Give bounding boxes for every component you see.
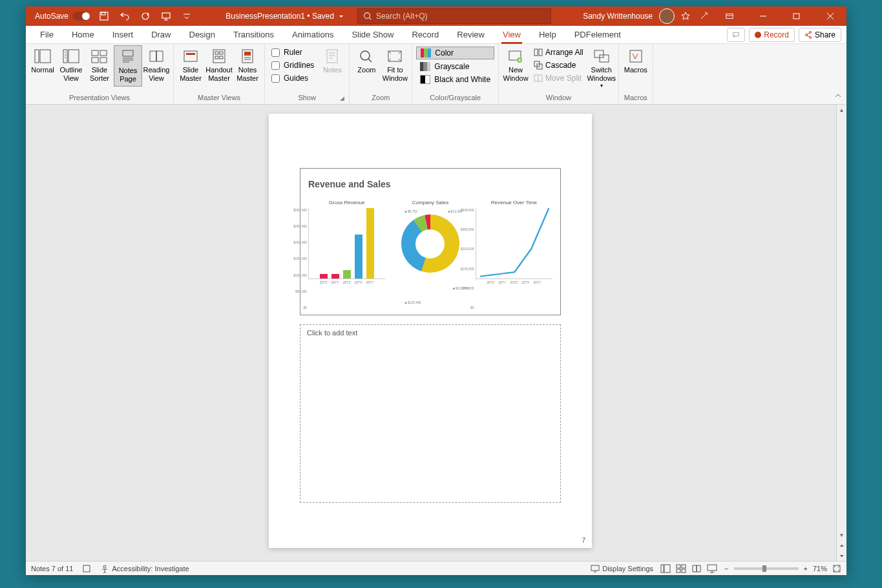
notes-count[interactable]: Notes 7 of 11 [31,565,73,572]
accessibility-button[interactable]: Accessibility: Investigate [100,564,189,573]
qat-customize-icon[interactable] [180,9,194,23]
slideshow-icon-sb[interactable] [705,563,719,574]
group-label-zoom: Zoom [352,94,409,103]
svg-rect-11 [35,50,39,63]
zoom-percent[interactable]: 71% [813,565,827,572]
svg-rect-34 [534,49,538,56]
zoom-icon [356,48,377,65]
tab-slideshow[interactable]: Slide Show [342,26,403,44]
new-window-icon [505,48,526,65]
outline-view-icon [61,48,81,65]
display-settings-button[interactable]: Display Settings [591,564,653,573]
tab-help[interactable]: Help [530,26,565,44]
avatar[interactable] [659,8,675,24]
statusbar: Notes 7 of 11 Accessibility: Investigate… [26,561,846,575]
notes-master-button[interactable]: Notes Master [233,45,262,85]
normal-view-button[interactable]: Normal [28,45,57,77]
grayscale-button[interactable]: Grayscale [416,61,494,72]
autosave-toggle[interactable]: AutoSave [35,12,90,21]
save-icon[interactable] [97,9,111,23]
search-input[interactable] [376,12,545,21]
macros-icon [625,48,646,65]
arrange-all-button[interactable]: Arrange All [531,47,586,58]
outline-view-button[interactable]: Outline View [57,45,85,85]
group-label-color-grayscale: Color/Grayscale [415,94,496,103]
svg-rect-6 [793,14,799,19]
tab-draw[interactable]: Draw [142,26,180,44]
close-button[interactable] [815,6,845,26]
ribbon-display-icon[interactable] [715,6,744,26]
tab-design[interactable]: Design [180,26,224,44]
chart-revenue-over-time: Revenue Over Time $340,000$280,000$210,0… [476,200,552,310]
tab-review[interactable]: Review [448,26,494,44]
premium-icon[interactable] [678,9,693,23]
tab-record[interactable]: Record [403,26,448,44]
svg-rect-15 [92,50,98,56]
comments-button[interactable] [727,28,745,42]
undo-icon[interactable] [118,9,132,23]
scroll-down-icon[interactable]: ▼ [837,530,846,540]
tab-file[interactable]: File [31,26,63,44]
svg-point-30 [361,51,370,60]
svg-point-43 [103,565,106,568]
next-slide-icon[interactable]: ⏷ [837,551,846,561]
notes-text-area[interactable]: Click to add text [300,324,561,503]
macros-button[interactable]: Macros [622,45,650,77]
reading-view-icon-sb[interactable] [689,563,704,574]
slide-sorter-button[interactable]: Slide Sorter [85,45,114,85]
notes-page[interactable]: Revenue and Sales Gross Revenue $500,000… [269,114,592,548]
maximize-button[interactable] [782,6,812,26]
fit-to-window-icon-sb[interactable] [832,564,841,573]
handout-master-button[interactable]: Handout Master [205,45,233,85]
notes-icon [322,48,342,65]
slide-thumbnail[interactable]: Revenue and Sales Gross Revenue $500,000… [300,168,561,315]
normal-view-icon-sb[interactable] [658,563,673,574]
slide-sorter-icon [89,48,110,65]
show-dialog-launcher[interactable]: ◢ [340,95,348,103]
reading-view-button[interactable]: Reading View [142,45,171,85]
tab-home[interactable]: Home [63,26,103,44]
tab-animations[interactable]: Animations [283,26,342,44]
collapse-ribbon-button[interactable] [834,91,843,103]
guides-checkbox[interactable]: Guides [269,72,317,84]
share-button[interactable]: Share [799,28,841,42]
user-name[interactable]: Sandy Writtenhouse [583,12,653,21]
titlebar: AutoSave BusinessPresentation1 • Saved S… [26,6,846,26]
record-button[interactable]: Record [749,28,795,42]
ruler-checkbox[interactable]: Ruler [269,47,317,58]
spellcheck-icon[interactable] [82,564,91,573]
group-label-master-views: Master Views [176,94,262,103]
tab-view[interactable]: View [494,26,530,44]
prev-slide-icon[interactable]: ⏶ [837,540,846,551]
search-box[interactable] [357,8,551,24]
fit-to-window-button[interactable]: Fit to Window [381,45,409,85]
group-label-show: Show [268,94,346,103]
scroll-up-icon[interactable]: ▲ [837,105,846,115]
notes-page-button[interactable]: Notes Page [114,45,142,87]
coming-soon-icon[interactable] [697,9,711,23]
svg-point-8 [809,31,811,33]
present-icon[interactable] [159,9,173,23]
zoom-in-button[interactable]: + [804,565,808,572]
zoom-out-button[interactable]: − [724,565,728,572]
redo-icon[interactable] [138,9,152,23]
black-white-button[interactable]: Black and White [416,74,494,85]
cascade-button[interactable]: Cascade [531,59,586,71]
workspace[interactable]: Revenue and Sales Gross Revenue $500,000… [26,105,846,561]
gridlines-checkbox[interactable]: Gridlines [269,59,317,71]
zoom-button[interactable]: Zoom [352,45,381,77]
tab-pdfelement[interactable]: PDFelement [565,26,630,44]
slide-master-button[interactable]: Slide Master [176,45,205,85]
tab-insert[interactable]: Insert [103,26,143,44]
minimize-button[interactable] [748,6,778,26]
color-button[interactable]: Color [416,47,494,59]
vertical-scrollbar[interactable]: ▲ ▼ ⏶ ⏷ [836,105,846,561]
tab-transitions[interactable]: Transitions [224,26,283,44]
notes-page-icon [118,48,138,65]
svg-rect-51 [708,565,717,571]
switch-windows-button[interactable]: Switch Windows▾ [587,45,616,92]
slide-sorter-icon-sb[interactable] [674,563,688,574]
document-title[interactable]: BusinessPresentation1 • Saved [226,12,344,21]
zoom-slider[interactable] [734,567,799,570]
new-window-button[interactable]: New Window [501,45,530,85]
